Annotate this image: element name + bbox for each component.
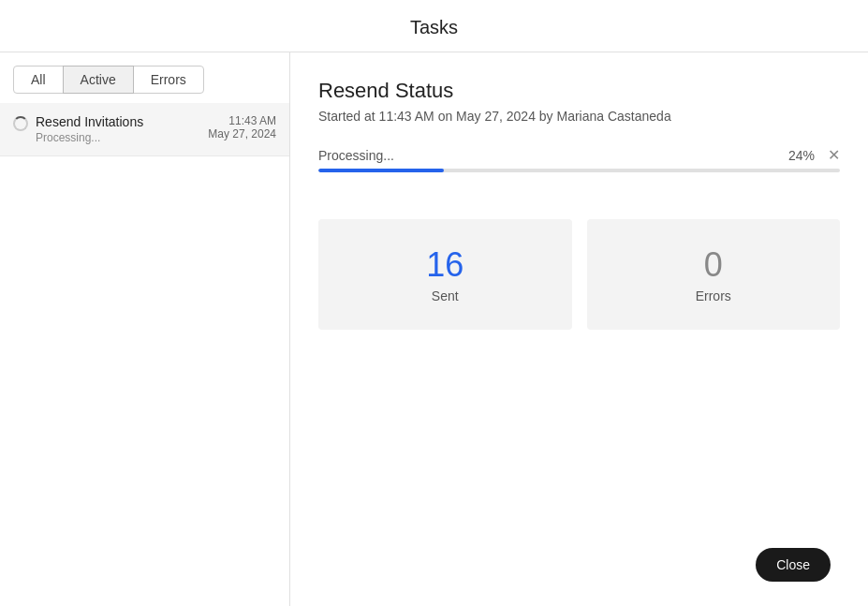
stat-sent-value: 16 — [426, 245, 463, 285]
progress-header: Processing... 24% ✕ — [318, 148, 840, 163]
resend-status-subtitle: Started at 11:43 AM on May 27, 2024 by M… — [318, 109, 840, 124]
stat-errors-label: Errors — [696, 288, 731, 303]
close-button[interactable]: Close — [756, 548, 831, 582]
progress-bar-track — [318, 169, 840, 172]
task-date-value: May 27, 2024 — [208, 127, 276, 140]
task-spinner-icon — [13, 116, 28, 131]
progress-section: Processing... 24% ✕ — [318, 148, 840, 172]
bottom-bar: Close — [737, 537, 849, 593]
task-list: Resend Invitations Processing... 11:43 A… — [0, 103, 289, 606]
resend-status-title: Resend Status — [318, 79, 840, 103]
stat-card-sent: 16 Sent — [318, 219, 572, 330]
task-time-value: 11:43 AM — [228, 114, 276, 127]
task-status: Processing... — [36, 131, 143, 144]
stat-sent-label: Sent — [432, 288, 459, 303]
task-name: Resend Invitations — [36, 114, 143, 129]
progress-label: Processing... — [318, 148, 394, 163]
left-panel: All Active Errors Resend Invitations Pro… — [0, 52, 290, 606]
filter-tabs: All Active Errors — [0, 52, 289, 94]
stats-row: 16 Sent 0 Errors — [318, 219, 840, 330]
stat-errors-value: 0 — [704, 245, 723, 285]
tab-all[interactable]: All — [13, 66, 64, 94]
progress-bar-fill — [318, 169, 444, 172]
task-info: Resend Invitations Processing... — [36, 114, 143, 144]
tab-active[interactable]: Active — [63, 66, 134, 94]
task-item[interactable]: Resend Invitations Processing... 11:43 A… — [0, 103, 289, 156]
task-time: 11:43 AM May 27, 2024 — [208, 114, 276, 140]
dismiss-progress-button[interactable]: ✕ — [828, 148, 840, 163]
page-title: Tasks — [0, 17, 868, 38]
task-item-left: Resend Invitations Processing... — [13, 114, 143, 144]
tab-errors[interactable]: Errors — [133, 66, 204, 94]
main-content: All Active Errors Resend Invitations Pro… — [0, 52, 868, 606]
page-header: Tasks — [0, 0, 868, 52]
progress-percent-value: 24% ✕ — [788, 148, 840, 163]
stat-card-errors: 0 Errors — [587, 219, 841, 330]
right-panel: Resend Status Started at 11:43 AM on May… — [290, 52, 868, 606]
